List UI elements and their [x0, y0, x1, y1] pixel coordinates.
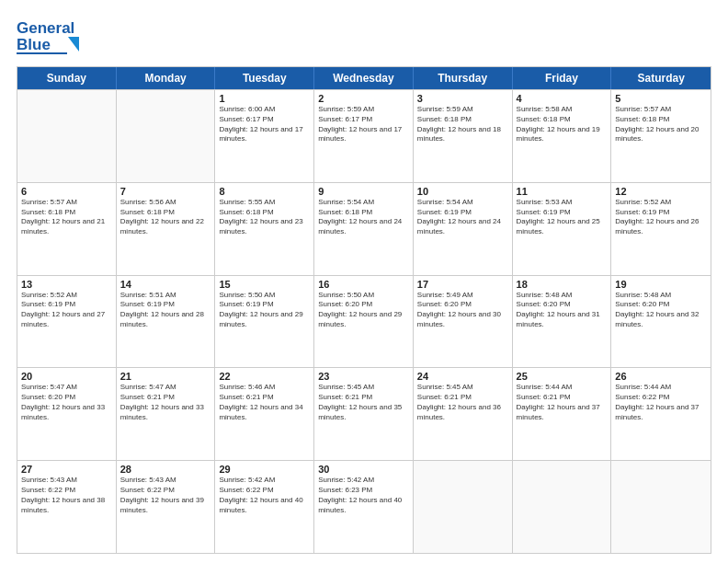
cal-cell: 6Sunrise: 5:57 AM Sunset: 6:18 PM Daylig… — [17, 183, 117, 275]
day-info: Sunrise: 5:50 AM Sunset: 6:19 PM Dayligh… — [219, 291, 310, 330]
day-number: 25 — [517, 371, 608, 382]
header-day-thursday: Thursday — [414, 67, 513, 89]
cal-cell: 16Sunrise: 5:50 AM Sunset: 6:20 PM Dayli… — [314, 276, 414, 368]
cal-cell: 8Sunrise: 5:55 AM Sunset: 6:18 PM Daylig… — [215, 183, 314, 275]
day-info: Sunrise: 5:52 AM Sunset: 6:19 PM Dayligh… — [615, 198, 707, 237]
header-day-wednesday: Wednesday — [314, 67, 414, 89]
day-info: Sunrise: 5:48 AM Sunset: 6:20 PM Dayligh… — [615, 291, 707, 330]
header-day-tuesday: Tuesday — [215, 67, 314, 89]
day-number: 8 — [219, 186, 310, 197]
day-info: Sunrise: 5:57 AM Sunset: 6:18 PM Dayligh… — [21, 198, 112, 237]
day-info: Sunrise: 5:44 AM Sunset: 6:21 PM Dayligh… — [517, 383, 608, 422]
day-number: 13 — [21, 279, 112, 290]
day-info: Sunrise: 5:45 AM Sunset: 6:21 PM Dayligh… — [318, 383, 409, 422]
day-number: 4 — [517, 93, 608, 104]
day-number: 19 — [615, 279, 707, 290]
header: General Blue — [17, 17, 711, 57]
cal-cell: 12Sunrise: 5:52 AM Sunset: 6:19 PM Dayli… — [611, 183, 711, 275]
week-row-5: 27Sunrise: 5:43 AM Sunset: 6:22 PM Dayli… — [17, 460, 711, 553]
logo: General Blue — [17, 17, 83, 57]
header-day-friday: Friday — [513, 67, 612, 89]
svg-text:General: General — [17, 19, 74, 37]
cal-cell: 26Sunrise: 5:44 AM Sunset: 6:22 PM Dayli… — [611, 368, 711, 460]
day-number: 5 — [615, 93, 707, 104]
day-number: 18 — [517, 279, 608, 290]
day-info: Sunrise: 5:42 AM Sunset: 6:22 PM Dayligh… — [219, 476, 310, 515]
cal-cell: 28Sunrise: 5:43 AM Sunset: 6:22 PM Dayli… — [117, 461, 216, 553]
cal-cell — [117, 90, 216, 182]
cal-cell: 1Sunrise: 6:00 AM Sunset: 6:17 PM Daylig… — [215, 90, 314, 182]
day-info: Sunrise: 5:53 AM Sunset: 6:19 PM Dayligh… — [517, 198, 608, 237]
day-info: Sunrise: 5:51 AM Sunset: 6:19 PM Dayligh… — [120, 291, 211, 330]
day-info: Sunrise: 5:55 AM Sunset: 6:18 PM Dayligh… — [219, 198, 310, 237]
day-info: Sunrise: 5:58 AM Sunset: 6:18 PM Dayligh… — [517, 105, 608, 144]
calendar-header: SundayMondayTuesdayWednesdayThursdayFrid… — [17, 67, 711, 89]
day-number: 26 — [615, 371, 707, 382]
day-number: 21 — [120, 371, 211, 382]
day-number: 27 — [21, 464, 112, 475]
day-number: 3 — [417, 93, 508, 104]
cal-cell: 30Sunrise: 5:42 AM Sunset: 6:23 PM Dayli… — [314, 461, 414, 553]
day-number: 6 — [21, 186, 112, 197]
cal-cell: 15Sunrise: 5:50 AM Sunset: 6:19 PM Dayli… — [215, 276, 314, 368]
day-info: Sunrise: 5:45 AM Sunset: 6:21 PM Dayligh… — [417, 383, 508, 422]
day-number: 9 — [318, 186, 409, 197]
cal-cell — [611, 461, 711, 553]
cal-cell — [17, 90, 117, 182]
cal-cell: 3Sunrise: 5:59 AM Sunset: 6:18 PM Daylig… — [414, 90, 513, 182]
day-info: Sunrise: 5:49 AM Sunset: 6:20 PM Dayligh… — [417, 291, 508, 330]
cal-cell: 27Sunrise: 5:43 AM Sunset: 6:22 PM Dayli… — [17, 461, 117, 553]
day-info: Sunrise: 5:46 AM Sunset: 6:21 PM Dayligh… — [219, 383, 310, 422]
day-number: 14 — [120, 279, 211, 290]
day-info: Sunrise: 5:59 AM Sunset: 6:17 PM Dayligh… — [318, 105, 409, 144]
day-number: 24 — [417, 371, 508, 382]
cal-cell — [513, 461, 612, 553]
day-info: Sunrise: 5:57 AM Sunset: 6:18 PM Dayligh… — [615, 105, 707, 144]
day-number: 7 — [120, 186, 211, 197]
cal-cell: 9Sunrise: 5:54 AM Sunset: 6:18 PM Daylig… — [314, 183, 414, 275]
cal-cell: 19Sunrise: 5:48 AM Sunset: 6:20 PM Dayli… — [611, 276, 711, 368]
day-number: 23 — [318, 371, 409, 382]
header-day-monday: Monday — [117, 67, 216, 89]
cal-cell: 17Sunrise: 5:49 AM Sunset: 6:20 PM Dayli… — [414, 276, 513, 368]
day-number: 15 — [219, 279, 310, 290]
day-info: Sunrise: 5:47 AM Sunset: 6:20 PM Dayligh… — [21, 383, 112, 422]
cal-cell: 13Sunrise: 5:52 AM Sunset: 6:19 PM Dayli… — [17, 276, 117, 368]
cal-cell: 11Sunrise: 5:53 AM Sunset: 6:19 PM Dayli… — [513, 183, 612, 275]
svg-marker-1 — [68, 37, 79, 52]
day-number: 11 — [517, 186, 608, 197]
day-info: Sunrise: 5:54 AM Sunset: 6:18 PM Dayligh… — [318, 198, 409, 237]
day-number: 30 — [318, 464, 409, 475]
day-number: 20 — [21, 371, 112, 382]
header-day-saturday: Saturday — [611, 67, 711, 89]
day-info: Sunrise: 5:43 AM Sunset: 6:22 PM Dayligh… — [120, 476, 211, 515]
cal-cell: 7Sunrise: 5:56 AM Sunset: 6:18 PM Daylig… — [117, 183, 216, 275]
day-info: Sunrise: 5:59 AM Sunset: 6:18 PM Dayligh… — [417, 105, 508, 144]
cal-cell: 4Sunrise: 5:58 AM Sunset: 6:18 PM Daylig… — [513, 90, 612, 182]
day-number: 10 — [417, 186, 508, 197]
cal-cell — [414, 461, 513, 553]
cal-cell: 2Sunrise: 5:59 AM Sunset: 6:17 PM Daylig… — [314, 90, 414, 182]
day-number: 12 — [615, 186, 707, 197]
cal-cell: 29Sunrise: 5:42 AM Sunset: 6:22 PM Dayli… — [215, 461, 314, 553]
day-number: 29 — [219, 464, 310, 475]
day-info: Sunrise: 5:44 AM Sunset: 6:22 PM Dayligh… — [615, 383, 707, 422]
week-row-1: 1Sunrise: 6:00 AM Sunset: 6:17 PM Daylig… — [17, 89, 711, 182]
day-info: Sunrise: 5:54 AM Sunset: 6:19 PM Dayligh… — [417, 198, 508, 237]
day-info: Sunrise: 5:42 AM Sunset: 6:23 PM Dayligh… — [318, 476, 409, 515]
day-info: Sunrise: 5:56 AM Sunset: 6:18 PM Dayligh… — [120, 198, 211, 237]
cal-cell: 22Sunrise: 5:46 AM Sunset: 6:21 PM Dayli… — [215, 368, 314, 460]
cal-cell: 18Sunrise: 5:48 AM Sunset: 6:20 PM Dayli… — [513, 276, 612, 368]
page: General Blue SundayMondayTuesdayWednesda… — [0, 0, 728, 563]
cal-cell: 5Sunrise: 5:57 AM Sunset: 6:18 PM Daylig… — [611, 90, 711, 182]
week-row-3: 13Sunrise: 5:52 AM Sunset: 6:19 PM Dayli… — [17, 275, 711, 368]
day-number: 2 — [318, 93, 409, 104]
logo-svg: General Blue — [17, 17, 83, 57]
day-info: Sunrise: 5:47 AM Sunset: 6:21 PM Dayligh… — [120, 383, 211, 422]
day-number: 17 — [417, 279, 508, 290]
cal-cell: 23Sunrise: 5:45 AM Sunset: 6:21 PM Dayli… — [314, 368, 414, 460]
day-info: Sunrise: 5:48 AM Sunset: 6:20 PM Dayligh… — [517, 291, 608, 330]
calendar-body: 1Sunrise: 6:00 AM Sunset: 6:17 PM Daylig… — [17, 89, 711, 553]
header-day-sunday: Sunday — [17, 67, 117, 89]
day-info: Sunrise: 5:50 AM Sunset: 6:20 PM Dayligh… — [318, 291, 409, 330]
